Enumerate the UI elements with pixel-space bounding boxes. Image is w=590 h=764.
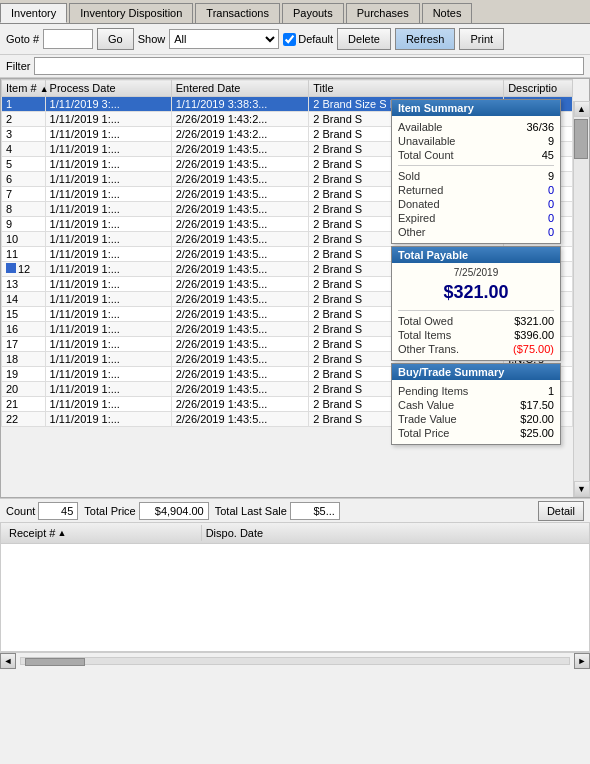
available-label: Available [398, 121, 442, 133]
other-row: Other 0 [398, 225, 554, 239]
total-count-row: Total Count 45 [398, 148, 554, 162]
buy-trade-total-value: $25.00 [520, 427, 554, 439]
buy-trade-body: Pending Items 1 Cash Value $17.50 Trade … [392, 380, 560, 444]
tab-inventory[interactable]: Inventory [0, 3, 67, 23]
cash-value: $17.50 [520, 399, 554, 411]
expired-label: Expired [398, 212, 435, 224]
cash-row: Cash Value $17.50 [398, 398, 554, 412]
available-row: Available 36/36 [398, 120, 554, 134]
receipt-date-label: Dispo. Date [206, 527, 263, 539]
col-item-num[interactable]: Item # ▲ [2, 80, 46, 97]
total-price-value: $4,904.00 [139, 502, 209, 520]
receipt-header: Receipt # ▲ Dispo. Date [1, 523, 589, 544]
vertical-scrollbar[interactable]: ▲ ▼ [573, 101, 589, 497]
trade-label: Trade Value [398, 413, 457, 425]
toolbar: Goto # Go Show All Available Sold Return… [0, 24, 590, 55]
donated-row: Donated 0 [398, 197, 554, 211]
trade-row: Trade Value $20.00 [398, 412, 554, 426]
col-title[interactable]: Title [309, 80, 504, 97]
scroll-left-btn[interactable]: ◄ [0, 653, 16, 669]
scroll-down-btn[interactable]: ▼ [574, 481, 590, 497]
filter-row: Filter [0, 55, 590, 78]
refresh-button[interactable]: Refresh [395, 28, 456, 50]
total-last-sale-value: $5... [290, 502, 340, 520]
tab-transactions[interactable]: Transactions [195, 3, 280, 23]
buy-trade-total-label: Total Price [398, 427, 449, 439]
total-price-label: Total Price [84, 505, 135, 517]
receipt-area: Receipt # ▲ Dispo. Date [0, 522, 590, 652]
other-trans-row: Other Trans. ($75.00) [398, 342, 554, 356]
tab-payouts[interactable]: Payouts [282, 3, 344, 23]
receipt-sort-arrow: ▲ [57, 528, 66, 538]
col-entered-date[interactable]: Entered Date [171, 80, 309, 97]
item-summary-panel: Item Summary Available 36/36 Unavailable… [391, 99, 561, 244]
pending-label: Pending Items [398, 385, 468, 397]
total-items-label: Total Items [398, 329, 451, 341]
total-count-label: Total Count [398, 149, 454, 161]
buy-trade-title: Buy/Trade Summary [392, 364, 560, 380]
pending-value: 1 [548, 385, 554, 397]
h-scroll-thumb[interactable] [25, 658, 85, 666]
buy-trade-panel: Buy/Trade Summary Pending Items 1 Cash V… [391, 363, 561, 445]
tab-bar: Inventory Inventory Disposition Transact… [0, 0, 590, 24]
unavailable-row: Unavailable 9 [398, 134, 554, 148]
detail-button[interactable]: Detail [538, 501, 584, 521]
delete-button[interactable]: Delete [337, 28, 391, 50]
total-items-value: $396.00 [514, 329, 554, 341]
sold-label: Sold [398, 170, 420, 182]
tab-purchases[interactable]: Purchases [346, 3, 420, 23]
go-button[interactable]: Go [97, 28, 134, 50]
total-owed-value: $321.00 [514, 315, 554, 327]
trade-value: $20.00 [520, 413, 554, 425]
total-payable-panel: Total Payable 7/25/2019 $321.00 Total Ow… [391, 246, 561, 361]
other-trans-label: Other Trans. [398, 343, 459, 355]
scroll-thumb[interactable] [574, 119, 588, 159]
total-price-field: Total Price $4,904.00 [84, 502, 208, 520]
total-last-sale-field: Total Last Sale $5... [215, 502, 340, 520]
filter-label: Filter [6, 60, 30, 72]
show-select[interactable]: All Available Sold Returned [169, 29, 279, 49]
goto-input[interactable] [43, 29, 93, 49]
cash-label: Cash Value [398, 399, 454, 411]
tab-inventory-disposition[interactable]: Inventory Disposition [69, 3, 193, 23]
total-owed-row: Total Owed $321.00 [398, 314, 554, 328]
sort-arrow-item: ▲ [40, 84, 49, 94]
col-description[interactable]: Descriptio [504, 80, 573, 97]
tab-notes[interactable]: Notes [422, 3, 473, 23]
total-payable-title: Total Payable [392, 247, 560, 263]
count-field: Count 45 [6, 502, 78, 520]
default-checkbox-label[interactable]: Default [283, 33, 333, 46]
item-summary-title: Item Summary [392, 100, 560, 116]
count-label: Count [6, 505, 35, 517]
total-payable-amount: $321.00 [398, 278, 554, 307]
col-process-date[interactable]: Process Date [45, 80, 171, 97]
default-checkbox[interactable] [283, 33, 296, 46]
buy-trade-total-row: Total Price $25.00 [398, 426, 554, 440]
table-area: Item # ▲ Process Date Entered Date Title… [0, 78, 590, 498]
returned-label: Returned [398, 184, 443, 196]
print-button[interactable]: Print [459, 28, 504, 50]
scroll-right-btn[interactable]: ► [574, 653, 590, 669]
scroll-track[interactable] [574, 117, 589, 481]
sold-value: 9 [548, 170, 554, 182]
default-label: Default [298, 33, 333, 45]
other-label: Other [398, 226, 426, 238]
show-label: Show [138, 33, 166, 45]
expired-value: 0 [548, 212, 554, 224]
total-count-value: 45 [542, 149, 554, 161]
scroll-up-btn[interactable]: ▲ [574, 101, 590, 117]
total-payable-date: 7/25/2019 [398, 267, 554, 278]
receipt-date-col: Dispo. Date [202, 525, 585, 541]
horizontal-scrollbar[interactable]: ◄ ► [0, 652, 590, 668]
available-value: 36/36 [526, 121, 554, 133]
other-trans-value: ($75.00) [513, 343, 554, 355]
receipt-body [1, 544, 589, 650]
unavailable-value: 9 [548, 135, 554, 147]
h-scroll-track[interactable] [20, 657, 570, 665]
filter-input[interactable] [34, 57, 584, 75]
donated-label: Donated [398, 198, 440, 210]
total-payable-body: 7/25/2019 $321.00 Total Owed $321.00 Tot… [392, 263, 560, 360]
unavailable-label: Unavailable [398, 135, 455, 147]
returned-value: 0 [548, 184, 554, 196]
pending-row: Pending Items 1 [398, 384, 554, 398]
